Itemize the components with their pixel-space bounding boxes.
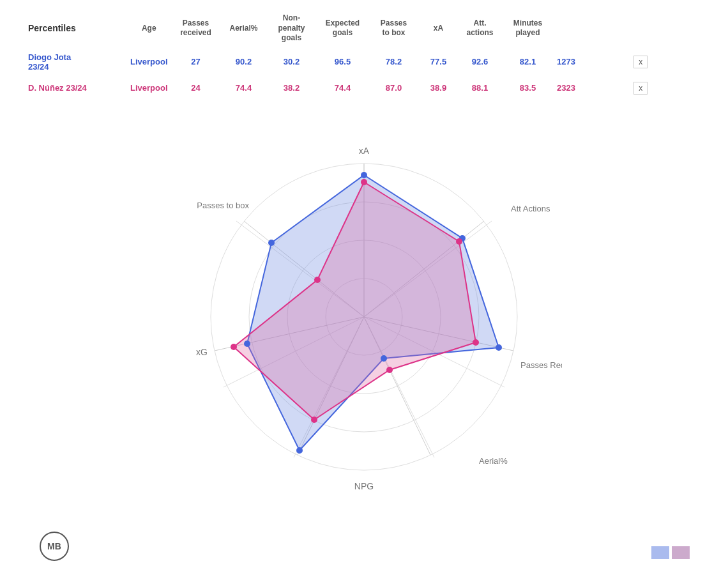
blue-dot-passestobox xyxy=(268,240,275,246)
col-header-passes-to-box: Passesto box xyxy=(368,10,420,47)
player-name-cell: Diogo Jota23/24 xyxy=(26,47,128,77)
logo: MB xyxy=(38,530,70,562)
col-header-minutes-played: Minutesplayed xyxy=(503,10,554,47)
att-actions-cell: 82.1 xyxy=(503,47,554,77)
team-cell: Liverpool xyxy=(128,77,171,100)
radar-container: xA Att Actions Passes Rec Aerial% NPG xG… xyxy=(166,119,562,515)
col-header-expected-goals: Expectedgoals xyxy=(317,10,368,47)
percentiles-table: Percentiles Age Passesreceived Aerial% N… xyxy=(26,10,702,100)
label-passes-rec: Passes Rec xyxy=(520,360,562,370)
remove-row2-button[interactable]: x xyxy=(633,82,648,95)
remove-cell[interactable]: x xyxy=(579,47,702,77)
col-header-npg: Non-penaltygoals xyxy=(266,10,317,47)
age-cell: 27 xyxy=(171,47,222,77)
logo-text: MB xyxy=(47,541,61,551)
passes-to-box-cell: 38.9 xyxy=(420,77,458,100)
table-section: Percentiles Age Passesreceived Aerial% N… xyxy=(0,0,728,106)
passes-received-cell: 90.2 xyxy=(222,47,266,77)
minutes-played-cell: 2323 xyxy=(554,77,579,100)
player-name-cell: D. Núñez 23/24 xyxy=(26,77,128,100)
label-passes-to-box: Passes to box xyxy=(197,201,249,210)
col-header-passes-received: Passesreceived xyxy=(171,10,222,47)
remove-row1-button[interactable]: x xyxy=(633,56,648,68)
aerial-cell: 30.2 xyxy=(266,47,317,77)
npg-cell: 74.4 xyxy=(317,77,368,100)
legend-pink xyxy=(672,546,690,559)
pink-dot-npg xyxy=(311,417,317,423)
col-header-remove xyxy=(554,10,579,47)
blue-dot-passesrec xyxy=(496,344,502,351)
table-row: Diogo Jota23/24 Liverpool 27 90.2 30.2 9… xyxy=(26,47,702,77)
label-att-actions: Att Actions xyxy=(511,204,550,213)
aerial-cell: 38.2 xyxy=(266,77,317,100)
passes-received-cell: 74.4 xyxy=(222,77,266,100)
npg-cell: 96.5 xyxy=(317,47,368,77)
pink-dot-aerial xyxy=(386,367,393,373)
expected-goals-cell: 78.2 xyxy=(368,47,420,77)
label-npg: NPG xyxy=(354,481,374,491)
col-header-xa: xA xyxy=(420,10,458,47)
minutes-played-cell: 1273 xyxy=(554,47,579,77)
col-header-age: Age xyxy=(128,10,171,47)
col-header-att-actions: Att.actions xyxy=(458,10,503,47)
player-name: Diogo Jota23/24 xyxy=(28,52,125,72)
pink-dot-att xyxy=(456,238,462,245)
radar-chart: xA Att Actions Passes Rec Aerial% NPG xG… xyxy=(166,119,562,515)
team-cell: Liverpool xyxy=(128,47,171,77)
pink-dot-xa xyxy=(361,179,367,185)
pink-dot-xg xyxy=(231,344,237,350)
expected-goals-cell: 87.0 xyxy=(368,77,420,100)
col-header-percentiles: Percentiles xyxy=(26,10,128,47)
blue-dot-npg xyxy=(296,447,303,454)
blue-dot-aerial xyxy=(381,355,387,362)
label-xg: xG xyxy=(196,347,208,357)
blue-dot-xa xyxy=(361,172,367,178)
label-xa: xA xyxy=(359,146,370,156)
pink-dot-passestobox xyxy=(314,277,321,283)
col-header-aerial: Aerial% xyxy=(222,10,266,47)
xa-cell: 92.6 xyxy=(458,47,503,77)
remove-cell[interactable]: x xyxy=(579,77,702,100)
legend xyxy=(651,546,690,559)
passes-to-box-cell: 77.5 xyxy=(420,47,458,77)
table-row: D. Núñez 23/24 Liverpool 24 74.4 38.2 74… xyxy=(26,77,702,100)
xa-cell: 88.1 xyxy=(458,77,503,100)
blue-dot-xg xyxy=(244,341,250,347)
radar-section: xA Att Actions Passes Rec Aerial% NPG xG… xyxy=(0,106,728,528)
att-actions-cell: 83.5 xyxy=(503,77,554,100)
player-name: D. Núñez 23/24 xyxy=(28,83,125,93)
label-aerial: Aerial% xyxy=(479,456,508,466)
legend-blue xyxy=(651,546,669,559)
age-cell: 24 xyxy=(171,77,222,100)
pink-dot-passesrec xyxy=(473,339,479,346)
